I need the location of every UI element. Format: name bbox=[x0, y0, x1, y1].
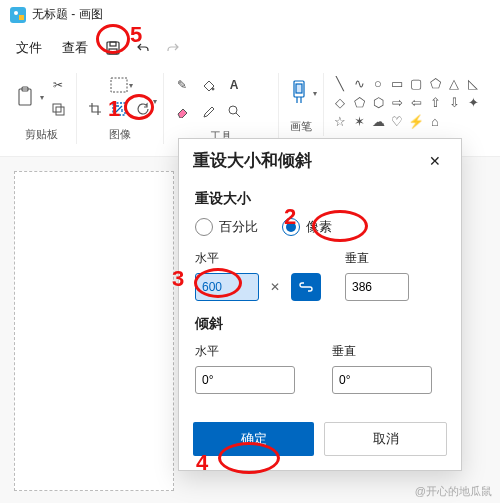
skew-v-label: 垂直 bbox=[332, 343, 445, 360]
shape-oval[interactable]: ○ bbox=[370, 75, 386, 91]
shape-hexagon[interactable]: ⬡ bbox=[370, 94, 386, 110]
canvas[interactable] bbox=[14, 171, 174, 491]
shape-curve[interactable]: ∿ bbox=[351, 75, 367, 91]
svg-point-12 bbox=[212, 88, 214, 90]
resize-h-input[interactable] bbox=[195, 273, 259, 301]
shape-rtri[interactable]: ◺ bbox=[465, 75, 481, 91]
svg-rect-9 bbox=[56, 107, 64, 115]
select-caret[interactable]: ▾ bbox=[129, 81, 133, 90]
shape-callout4[interactable]: ⌂ bbox=[427, 113, 443, 129]
text-tool[interactable]: A bbox=[222, 73, 246, 97]
shape-larrow[interactable]: ⇦ bbox=[408, 94, 424, 110]
shape-callout1[interactable]: ☁ bbox=[370, 113, 386, 129]
save-button[interactable] bbox=[98, 33, 128, 63]
picker-tool[interactable] bbox=[196, 99, 220, 123]
cut-button[interactable]: ✂ bbox=[46, 73, 70, 97]
skew-h-input[interactable] bbox=[195, 366, 295, 394]
shape-darrow[interactable]: ⇩ bbox=[446, 94, 462, 110]
radio-pixels[interactable]: 像素 bbox=[282, 218, 332, 236]
menu-view[interactable]: 查看 bbox=[52, 33, 98, 63]
brushes-caret[interactable]: ▾ bbox=[313, 89, 317, 98]
shape-callout2[interactable]: ♡ bbox=[389, 113, 405, 129]
resize-skew-dialog: 重设大小和倾斜 ✕ 重设大小 百分比 像素 水平 ✕ 垂直 bbox=[178, 138, 462, 471]
magnify-tool[interactable] bbox=[222, 99, 246, 123]
paste-caret[interactable]: ▾ bbox=[40, 93, 44, 102]
shapes-gallery[interactable]: ╲ ∿ ○ ▭ ▢ ⬠ △ ◺ ◇ ⬠ ⬡ ⇨ ⇦ ⇧ ⇩ ✦ ☆ ✶ ☁ ♡ … bbox=[330, 73, 483, 131]
aspect-lock-button[interactable] bbox=[291, 273, 321, 301]
resize-v-label: 垂直 bbox=[345, 250, 445, 267]
svg-point-1 bbox=[14, 11, 18, 15]
shape-callout3[interactable]: ⚡ bbox=[408, 113, 424, 129]
select-tool[interactable] bbox=[107, 73, 131, 97]
svg-rect-15 bbox=[296, 84, 302, 93]
shape-star5[interactable]: ☆ bbox=[332, 113, 348, 129]
group-brushes-label: 画笔 bbox=[290, 113, 312, 136]
resize-section-label: 重设大小 bbox=[195, 190, 445, 208]
group-clipboard-label: 剪贴板 bbox=[25, 121, 58, 144]
undo-button[interactable] bbox=[128, 33, 158, 63]
rotate-tool[interactable] bbox=[131, 97, 155, 121]
shape-star4[interactable]: ✦ bbox=[465, 94, 481, 110]
rotate-caret[interactable]: ▾ bbox=[153, 97, 157, 121]
ok-button[interactable]: 确定 bbox=[193, 422, 314, 456]
shape-rarrow[interactable]: ⇨ bbox=[389, 94, 405, 110]
shape-rect[interactable]: ▭ bbox=[389, 75, 405, 91]
pencil-tool[interactable]: ✎ bbox=[170, 73, 194, 97]
skew-section-label: 倾斜 bbox=[195, 315, 445, 333]
dialog-title: 重设大小和倾斜 bbox=[193, 149, 312, 172]
group-image-label: 图像 bbox=[109, 121, 131, 144]
paste-button[interactable] bbox=[12, 77, 40, 117]
resize-v-input[interactable] bbox=[345, 273, 409, 301]
redo-button[interactable] bbox=[158, 33, 188, 63]
resize-h-label: 水平 bbox=[195, 250, 321, 267]
shape-diamond[interactable]: ◇ bbox=[332, 94, 348, 110]
svg-rect-8 bbox=[53, 104, 61, 112]
crop-tool[interactable] bbox=[83, 97, 107, 121]
paint-app-icon bbox=[10, 7, 26, 23]
watermark: @开心的地瓜鼠 bbox=[415, 484, 492, 499]
svg-point-13 bbox=[229, 106, 237, 114]
menu-file[interactable]: 文件 bbox=[6, 33, 52, 63]
shape-pentagon[interactable]: ⬠ bbox=[351, 94, 367, 110]
resize-tool[interactable] bbox=[107, 97, 131, 121]
clear-h-button[interactable]: ✕ bbox=[263, 273, 287, 301]
radio-pixels-label: 像素 bbox=[306, 218, 332, 236]
eraser-tool[interactable] bbox=[170, 99, 194, 123]
shape-roundrect[interactable]: ▢ bbox=[408, 75, 424, 91]
brushes-button[interactable] bbox=[285, 73, 313, 113]
shape-uarrow[interactable]: ⇧ bbox=[427, 94, 443, 110]
skew-v-input[interactable] bbox=[332, 366, 432, 394]
skew-h-label: 水平 bbox=[195, 343, 308, 360]
dialog-close-button[interactable]: ✕ bbox=[423, 151, 447, 171]
shape-line[interactable]: ╲ bbox=[332, 75, 348, 91]
radio-percent[interactable]: 百分比 bbox=[195, 218, 258, 236]
copy-button[interactable] bbox=[46, 97, 70, 121]
radio-percent-label: 百分比 bbox=[219, 218, 258, 236]
window-title: 无标题 - 画图 bbox=[32, 6, 103, 23]
svg-rect-2 bbox=[19, 15, 24, 20]
svg-rect-4 bbox=[110, 42, 116, 46]
shape-star6[interactable]: ✶ bbox=[351, 113, 367, 129]
svg-rect-10 bbox=[111, 78, 127, 92]
fill-tool[interactable] bbox=[196, 73, 220, 97]
shape-polygon[interactable]: ⬠ bbox=[427, 75, 443, 91]
cancel-button[interactable]: 取消 bbox=[324, 422, 447, 456]
shape-triangle[interactable]: △ bbox=[446, 75, 462, 91]
svg-rect-5 bbox=[109, 49, 117, 54]
